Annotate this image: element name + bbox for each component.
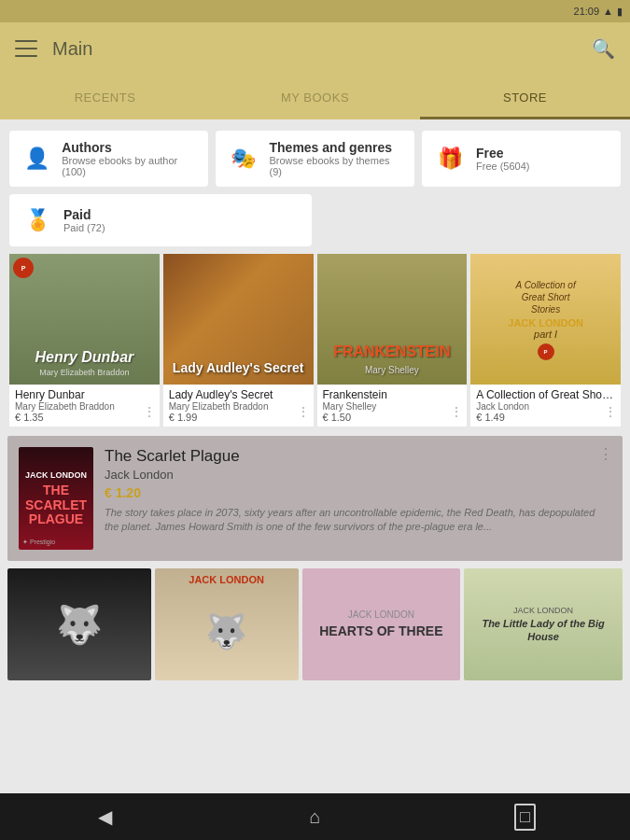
collection-menu[interactable]: ⋮: [604, 404, 617, 419]
category-authors[interactable]: 👤 Authors Browse ebooks by author (100): [9, 131, 208, 187]
tab-mybooks[interactable]: MY BOOKS: [210, 75, 420, 119]
featured-cover: JACK LONDON THESCARLETPLAGUE ✦ Prestigio: [19, 447, 93, 550]
book-frankenstein[interactable]: FRANKENSTEINMary Shelley Frankenstein Ma…: [317, 254, 468, 427]
free-subtitle: Free (5604): [476, 161, 529, 172]
book-collection[interactable]: A Collection ofGreat ShortStories JACK L…: [470, 254, 621, 427]
authors-subtitle: Browse ebooks by author (100): [62, 155, 197, 177]
featured-description: The story takes place in 2073, sixty yea…: [105, 506, 611, 535]
free-icon: 🎁: [433, 142, 467, 175]
tab-store[interactable]: STORE: [420, 75, 630, 119]
nav-recents-button[interactable]: □: [502, 798, 549, 835]
battery-icon: ▮: [617, 6, 623, 18]
frankenstein-author: Mary Shelley: [323, 401, 462, 412]
themes-subtitle: Browse ebooks by themes (9): [270, 155, 404, 177]
paid-subtitle: Paid (72): [63, 222, 105, 233]
book-lady-audley[interactable]: Lady Audley's Secret Lady Audley's Secre…: [163, 254, 314, 427]
bottom-book-whitewolf[interactable]: JACK LONDON 🐺: [155, 568, 299, 680]
frankenstein-price: € 1.50: [323, 412, 462, 423]
bottom-books-row: 🐺 JACK LONDON 🐺 JACK LONDON HEARTS OF TH…: [0, 568, 630, 680]
featured-author: Jack London: [105, 468, 611, 482]
collection-cover-text: A Collection ofGreat ShortStories: [516, 279, 576, 315]
recents-icon: □: [514, 804, 536, 831]
themes-icon: 🎭: [227, 142, 260, 175]
henry-price: € 1.35: [15, 412, 154, 423]
tab-bar: RECENTS MY BOOKS STORE: [0, 75, 630, 119]
paid-title: Paid: [63, 207, 105, 222]
lady-menu[interactable]: ⋮: [297, 404, 310, 419]
hearts-author: JACK LONDON: [348, 609, 414, 620]
collection-price: € 1.49: [476, 412, 615, 423]
book-cover-lady: Lady Audley's Secret: [163, 254, 314, 385]
wifi-icon: ▲: [603, 6, 613, 17]
nav-home-button[interactable]: ⌂: [292, 798, 339, 835]
wolf-image: 🐺: [56, 603, 103, 647]
home-icon: ⌂: [309, 806, 320, 828]
henry-author: Mary Elizabeth Braddon: [15, 401, 154, 412]
frankenstein-title: Frankenstein: [323, 388, 462, 401]
category-free[interactable]: 🎁 Free Free (5604): [422, 131, 621, 187]
white-wolf-image: 🐺: [205, 612, 247, 651]
bottom-book-littlelady[interactable]: JACK LONDON The Little Lady of the Big H…: [464, 568, 623, 680]
collection-cover-author: JACK LONDON: [508, 317, 583, 329]
menu-button[interactable]: [15, 40, 37, 57]
back-icon: ◀: [98, 805, 112, 828]
app-title: Main: [52, 38, 92, 60]
prestige-badge-featured: ✦ Prestigio: [22, 539, 55, 546]
bottom-book-whitefang[interactable]: 🐺: [7, 568, 151, 680]
nav-bar: ◀ ⌂ □: [0, 793, 630, 840]
collection-cover-part: part I: [534, 329, 557, 340]
prestige-badge-2: P: [538, 343, 554, 360]
app-bar: Main 🔍: [0, 22, 630, 75]
featured-book[interactable]: JACK LONDON THESCARLETPLAGUE ✦ Prestigio…: [7, 436, 623, 561]
prestige-badge-1: P: [13, 258, 34, 278]
little-lady-title: The Little Lady of the Big House: [471, 617, 615, 644]
little-lady-author: JACK LONDON: [513, 606, 573, 615]
book-cover-henry: P Henry Dunbar Mary Elizabeth Braddon: [9, 254, 160, 385]
featured-title: The Scarlet Plague: [105, 447, 611, 466]
category-themes[interactable]: 🎭 Themes and genres Browse ebooks by the…: [216, 131, 414, 187]
status-icons: 21:09 ▲ ▮: [574, 6, 623, 18]
henry-cover-title: Henry Dunbar: [17, 349, 152, 366]
henry-title: Henry Dunbar: [15, 388, 154, 401]
authors-icon: 👤: [21, 142, 52, 175]
lady-author: Mary Elizabeth Braddon: [169, 401, 308, 412]
book-henry-dunbar[interactable]: P Henry Dunbar Mary Elizabeth Braddon He…: [9, 254, 160, 427]
henry-cover-author: Mary Elizabeth Braddon: [17, 368, 152, 377]
featured-price: € 1.20: [105, 485, 611, 500]
search-button[interactable]: 🔍: [592, 37, 615, 60]
bottom-book-hearts[interactable]: JACK LONDON HEARTS OF THREE: [302, 568, 461, 680]
authors-title: Authors: [62, 140, 197, 155]
status-time: 21:09: [574, 6, 600, 17]
paid-icon: 🏅: [21, 203, 54, 237]
frankenstein-menu[interactable]: ⋮: [450, 404, 463, 419]
book-cover-collection: A Collection ofGreat ShortStories JACK L…: [470, 254, 621, 385]
white-wolf-author: JACK LONDON: [155, 574, 299, 585]
collection-author: Jack London: [476, 401, 615, 412]
lady-cover-title: Lady Audley's Secret: [173, 360, 304, 375]
henry-menu[interactable]: ⋮: [143, 404, 156, 419]
featured-menu[interactable]: ⋮: [598, 445, 613, 463]
main-content: 👤 Authors Browse ebooks by author (100) …: [0, 119, 630, 793]
lady-title: Lady Audley's Secret: [169, 388, 308, 401]
book-cover-frankenstein: FRANKENSTEINMary Shelley: [317, 254, 468, 385]
nav-back-button[interactable]: ◀: [82, 798, 129, 835]
book-grid: P Henry Dunbar Mary Elizabeth Braddon He…: [0, 252, 630, 436]
tab-recents[interactable]: RECENTS: [0, 75, 210, 119]
lady-price: € 1.99: [169, 412, 308, 423]
themes-title: Themes and genres: [270, 140, 404, 155]
hearts-title: HEARTS OF THREE: [319, 623, 442, 639]
status-bar: 21:09 ▲ ▮: [0, 0, 630, 22]
category-grid: 👤 Authors Browse ebooks by author (100) …: [0, 119, 630, 252]
collection-title: A Collection of Great Short...: [476, 388, 615, 401]
app-bar-left: Main: [15, 38, 92, 60]
category-paid[interactable]: 🏅 Paid Paid (72): [9, 194, 312, 246]
frankenstein-cover-title: FRANKENSTEINMary Shelley: [333, 343, 450, 377]
free-title: Free: [476, 146, 529, 161]
